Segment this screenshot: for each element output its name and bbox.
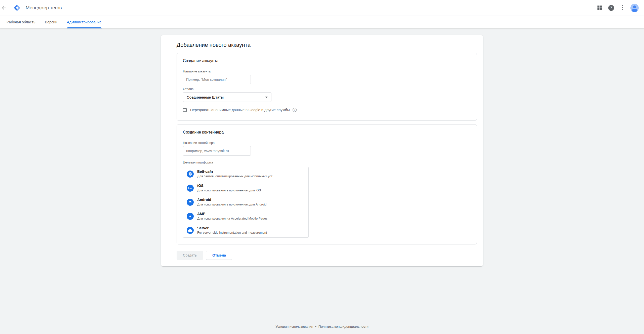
active-tab-indicator [67, 27, 102, 28]
back-button[interactable] [0, 0, 8, 16]
platform-description: Для использования в приложениях для Andr… [197, 203, 266, 206]
platform-row-amp[interactable]: AMP Для использования на Accelerated Mob… [183, 209, 308, 223]
container-setup-section: Создание контейнера Название контейнера … [177, 124, 477, 244]
tab-bar: Рабочая область Версии Администрирование [0, 16, 644, 28]
svg-text:iOS: iOS [188, 187, 192, 189]
android-icon [187, 199, 194, 206]
footer: Условия использования•Политика конфиденц… [0, 325, 644, 328]
container-section-title: Создание контейнера [183, 130, 471, 135]
create-button[interactable]: Создать [177, 251, 203, 260]
share-data-checkbox[interactable] [183, 108, 187, 112]
platform-name: Android [197, 198, 266, 202]
help-icon: ? [608, 5, 614, 11]
footer-separator: • [315, 325, 316, 328]
form-actions: Создать Отмена [177, 251, 477, 260]
country-select[interactable]: Соединенные Штаты [183, 92, 271, 102]
platform-name: AMP [197, 212, 267, 216]
help-button[interactable]: ? [608, 5, 614, 11]
chevron-down-icon [265, 97, 268, 98]
container-name-input[interactable] [183, 146, 251, 156]
account-section-title: Создание аккаунта [183, 59, 471, 63]
ios-icon: iOS [187, 185, 194, 192]
account-name-input[interactable] [183, 75, 251, 84]
tag-manager-logo-icon [14, 4, 21, 11]
apps-grid-icon [597, 6, 602, 10]
tab-workspace-label: Рабочая область [7, 20, 35, 24]
account-setup-section: Создание аккаунта Название аккаунта Стра… [177, 53, 477, 121]
account-avatar[interactable] [630, 4, 639, 12]
share-data-label: Передавать анонимные данные в Google и д… [190, 108, 290, 112]
header-actions: ? [596, 4, 644, 12]
person-icon [630, 4, 639, 12]
cloud-icon [187, 227, 194, 234]
platform-list: Веб-сайт Для сайтов, оптимизированных дл… [183, 167, 309, 238]
tab-workspace[interactable]: Рабочая область [7, 16, 35, 28]
platform-name: Server [197, 226, 267, 230]
platform-row-android[interactable]: Android Для использования в приложениях … [183, 195, 308, 209]
platform-row-server[interactable]: Server For server-side instrumentation a… [183, 223, 308, 237]
tab-versions[interactable]: Версии [45, 16, 57, 28]
platform-description: Для использования на Accelerated Mobile … [197, 217, 267, 221]
amp-bolt-icon [187, 213, 194, 220]
share-data-row: Передавать анонимные данные в Google и д… [183, 108, 471, 112]
tab-versions-label: Версии [45, 20, 57, 24]
page-title: Добавление нового аккаунта [177, 42, 477, 48]
share-data-help-icon[interactable]: ? [293, 108, 297, 112]
platform-name: iOS [197, 184, 261, 188]
tab-admin-label: Администрирование [67, 20, 102, 24]
more-menu-button[interactable] [619, 5, 626, 11]
more-vertical-icon [622, 5, 623, 11]
terms-link[interactable]: Условия использования [275, 325, 313, 328]
account-name-label: Название аккаунта [183, 70, 471, 73]
privacy-link[interactable]: Политика конфиденциальности [318, 325, 369, 328]
platform-row-web[interactable]: Веб-сайт Для сайтов, оптимизированных дл… [183, 167, 308, 181]
cancel-button[interactable]: Отмена [206, 251, 232, 260]
globe-icon [187, 171, 194, 178]
tab-admin[interactable]: Администрирование [67, 16, 102, 28]
platform-row-ios[interactable]: iOS iOS Для использования в приложениях … [183, 181, 308, 195]
country-label: Страна [183, 87, 471, 91]
target-platform-label: Целевая платформа [183, 161, 471, 164]
country-selected-value: Соединенные Штаты [187, 95, 265, 99]
arrow-back-icon [1, 5, 7, 11]
container-name-label: Название контейнера [183, 141, 471, 145]
new-account-card: Добавление нового аккаунта Создание акка… [161, 35, 483, 266]
platform-description: Для сайтов, оптимизированных для мобильн… [197, 175, 275, 178]
platform-description: For server-side instrumentation and meas… [197, 231, 267, 235]
top-app-bar: Менеджер тегов ? [0, 0, 644, 16]
platform-description: Для использования в приложениях для iOS [197, 189, 261, 192]
app-title: Менеджер тегов [26, 5, 62, 11]
platform-name: Веб-сайт [197, 170, 275, 174]
apps-grid-button[interactable] [596, 5, 603, 11]
